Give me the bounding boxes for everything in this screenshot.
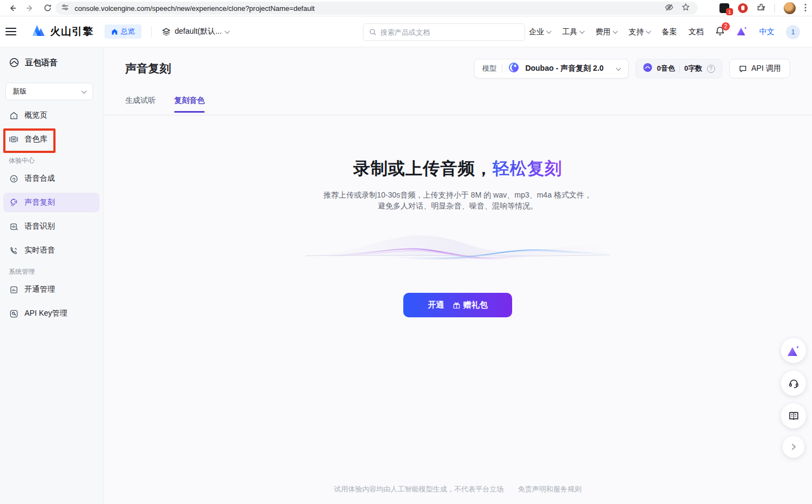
voice-clone-icon: [9, 198, 19, 207]
extension-icon-dark[interactable]: 1: [719, 3, 729, 13]
extensions-puzzle-icon[interactable]: [756, 3, 766, 14]
hero-title-accent: 轻松复刻: [493, 159, 562, 178]
customer-service-button[interactable]: [781, 371, 806, 396]
browser-refresh-icon[interactable]: [42, 3, 52, 13]
speech-recognition-icon: [9, 222, 19, 231]
nav-menu-billing[interactable]: 费用: [595, 27, 617, 37]
hero-subtitle: 推荐上传或录制10-30s音频，上传支持小于 8M 的 wav、mp3、m4a …: [103, 189, 812, 211]
api-call-button[interactable]: API 调用: [729, 59, 790, 78]
sidebar-item-label: 音色库: [24, 134, 47, 144]
browser-forward-icon[interactable]: [25, 3, 35, 13]
activate-button[interactable]: 开通 赠礼包: [403, 293, 512, 317]
main-content: 声音复刻 模型 Doubao - 声音复刻 2.0 0音色 0字数 ?: [103, 48, 812, 504]
project-selector[interactable]: default(默认...: [162, 27, 229, 36]
sidebar-item-api-key[interactable]: API Key管理: [3, 304, 100, 323]
nav-menu-enterprise[interactable]: 企业: [529, 27, 551, 37]
chevron-down-icon: [646, 28, 651, 34]
account-avatar[interactable]: 1: [786, 25, 800, 39]
sidebar-item-label: 声音复刻: [24, 198, 55, 207]
doubao-voice-icon: [9, 57, 20, 68]
quota-wave-icon: [643, 63, 653, 75]
language-switch[interactable]: 中文: [759, 27, 774, 37]
gift-label: 赠礼包: [463, 300, 488, 310]
tab-generate-preview[interactable]: 生成试听: [125, 96, 156, 113]
gift-icon: [453, 302, 460, 309]
usage-quota-pill[interactable]: 0音色 0字数 ?: [636, 59, 722, 78]
documentation-button[interactable]: [781, 403, 806, 428]
search-icon: [369, 28, 377, 36]
sidebar-item-realtime-voice[interactable]: 实时语音: [3, 241, 100, 260]
chevron-down-icon: [225, 28, 230, 34]
browser-address-bar[interactable]: console.volcengine.com/speech/new/experi…: [56, 2, 698, 15]
sidebar-item-tts[interactable]: 语音合成: [3, 169, 100, 188]
tab-bar: 生成试听 复刻音色: [125, 96, 205, 113]
brand-name: 火山引擎: [50, 24, 94, 39]
browser-chrome: console.volcengine.com/speech/new/experi…: [0, 0, 812, 16]
ai-assistant-icon[interactable]: [736, 26, 748, 38]
nav-menu-docs[interactable]: 文档: [688, 27, 704, 37]
open-book-icon: [788, 410, 799, 422]
hero-title-plain: 录制或上传音频，: [353, 159, 493, 178]
global-search[interactable]: [363, 23, 525, 41]
hamburger-menu-icon[interactable]: [5, 28, 16, 35]
activation-management-icon: [9, 285, 19, 294]
browser-menu-icon[interactable]: [804, 3, 807, 14]
sidebar-item-overview[interactable]: 概览页: [3, 106, 100, 125]
tab-clone-voice[interactable]: 复刻音色: [174, 96, 205, 113]
sidebar-item-activation[interactable]: 开通管理: [3, 280, 100, 299]
waveform-graphic: [305, 229, 610, 278]
sidebar-item-voice-library[interactable]: 音色库: [3, 130, 100, 149]
nav-menu-tools[interactable]: 工具: [562, 27, 584, 37]
version-selector[interactable]: 新版: [5, 83, 93, 100]
nav-menu-support[interactable]: 支持: [629, 27, 650, 37]
sidebar-item-label: 语音合成: [24, 174, 55, 183]
notifications-button[interactable]: 2: [715, 26, 725, 38]
divider: [502, 64, 502, 73]
voice-library-icon: [9, 134, 19, 144]
chrome-divider: [774, 4, 775, 13]
url-text[interactable]: console.volcengine.com/speech/new/experi…: [75, 4, 665, 13]
page-title: 声音复刻: [125, 61, 171, 76]
layers-icon: [162, 27, 171, 36]
volcengine-logo-icon: [32, 24, 46, 39]
model-selector[interactable]: 模型 Doubao - 声音复刻 2.0: [474, 59, 629, 78]
api-chat-icon: [739, 64, 747, 73]
search-input[interactable]: [380, 28, 519, 36]
sidebar-product-header[interactable]: 豆包语音: [0, 48, 103, 77]
bookmark-star-icon[interactable]: [681, 3, 690, 14]
floating-toolbar: [781, 338, 806, 458]
overview-button[interactable]: 总览: [104, 24, 142, 39]
hero-section: 录制或上传音频，轻松复刻 推荐上传或录制10-30s音频，上传支持小于 8M 的…: [103, 115, 812, 317]
hide-eye-icon[interactable]: [665, 3, 674, 14]
footer-disclaimer-link[interactable]: 免责声明和服务规则: [518, 485, 582, 493]
model-value: Doubao - 声音复刻 2.0: [525, 64, 604, 73]
navbar-divider: [151, 26, 152, 37]
sidebar-item-label: API Key管理: [24, 309, 67, 318]
sidebar-section-experience: 体验中心: [3, 152, 100, 169]
chevron-down-icon: [546, 28, 552, 34]
sidebar-item-label: 开通管理: [24, 285, 55, 294]
extension-icon-red[interactable]: [738, 3, 748, 13]
realtime-voice-icon: [9, 245, 19, 255]
sidebar-item-voice-clone[interactable]: 声音复刻: [3, 193, 100, 212]
divider: [679, 65, 680, 72]
sidebar-item-asr[interactable]: 语音识别: [3, 217, 100, 236]
activate-label: 开通: [428, 300, 444, 310]
collapse-toolbar-button[interactable]: [783, 436, 804, 458]
sidebar: 豆包语音 新版 概览页 音色库 体验中心 语音合成 声音复刻: [0, 48, 103, 504]
brand-logo[interactable]: 火山引擎: [32, 24, 94, 39]
sidebar-item-label: 概览页: [24, 110, 47, 120]
chevron-down-icon: [616, 65, 622, 71]
headset-icon: [788, 378, 799, 389]
nav-menu-filing[interactable]: 备案: [662, 27, 677, 37]
doubao-model-icon: [508, 62, 520, 76]
page-footer: 试用体验内容均由人工智能模型生成，不代表平台立场免责声明和服务规则: [103, 484, 812, 494]
chevron-down-icon: [82, 88, 87, 94]
home-icon: [111, 28, 118, 35]
project-selector-value: default(默认...: [175, 27, 222, 36]
help-icon[interactable]: ?: [707, 65, 715, 73]
browser-profile-avatar[interactable]: [784, 2, 796, 14]
site-settings-icon[interactable]: [61, 3, 69, 14]
ai-assistant-float-button[interactable]: [781, 338, 806, 363]
browser-back-icon[interactable]: [8, 3, 17, 13]
